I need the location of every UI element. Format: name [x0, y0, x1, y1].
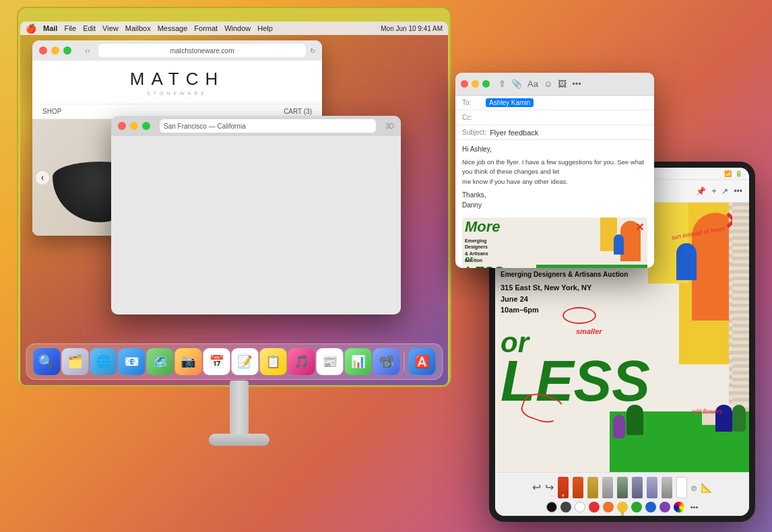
pin-icon[interactable]: 📌 [696, 187, 706, 196]
photo-icon[interactable]: 🖼 [558, 79, 567, 89]
menu-edit[interactable]: Edit [83, 24, 96, 32]
more-icon[interactable]: ••• [734, 187, 742, 196]
mail-body[interactable]: Hi Ashley, Nice job on the flyer. I have… [455, 140, 654, 215]
dock-appstore[interactable]: 🅰️ [408, 348, 435, 375]
maps-search-text: San Francisco — California [164, 123, 246, 130]
pencil-tool-3[interactable] [587, 477, 598, 498]
pencil-tool-7[interactable] [647, 477, 657, 498]
color-green[interactable] [631, 502, 642, 512]
minimize-button[interactable] [51, 46, 59, 55]
maps-maximize[interactable] [142, 122, 150, 130]
pencil-tool-2[interactable] [573, 477, 583, 498]
safari-url-bar[interactable]: matchstoneware.com [98, 44, 306, 57]
dock-itunes[interactable]: 🎵 [288, 348, 315, 375]
ipad-toolbar-right: 📌 + ↗ ••• [696, 187, 742, 196]
menu-file[interactable]: File [64, 24, 76, 32]
maps-close[interactable] [118, 122, 126, 130]
lasso-tool[interactable]: ⌾ [691, 482, 697, 493]
maximize-button[interactable] [63, 46, 71, 55]
more-icon[interactable]: ••• [572, 79, 581, 89]
color-purple[interactable] [660, 502, 670, 512]
flowers-annotation: add flowers [691, 408, 722, 415]
maps-window[interactable]: San Francisco — California 3D [111, 116, 401, 314]
dock-maps[interactable]: 🗺️ [146, 348, 173, 375]
pencil-tool-1[interactable] [558, 477, 569, 498]
monitor-stand-neck [230, 380, 249, 434]
cart-link[interactable]: CART (3) [284, 108, 312, 115]
attach-icon[interactable]: 📎 [511, 79, 522, 89]
pencil-tool-5[interactable] [617, 477, 628, 498]
mail-to-field[interactable]: To: Ashley Kamin [455, 96, 654, 110]
color-yellow[interactable] [617, 502, 628, 512]
mail-minimize[interactable] [472, 80, 479, 88]
menu-help[interactable]: Help [257, 24, 273, 32]
monitor-screen: 🍎 Mail File Edit View Mailbox Message Fo… [20, 22, 448, 385]
dock-photos[interactable]: 📷 [174, 348, 201, 375]
pencil-tools-row: ↩ ↪ ⌾ 📐 [532, 477, 712, 498]
dock-finder[interactable]: 🔍 [33, 348, 60, 375]
pencil-tool-4[interactable] [602, 477, 613, 498]
dock: 🔍 🗂️ 🌐 📧 🗺️ 📷 📅 📝 📋 🎵 📰 📊 📽️ 🅰️ [26, 343, 443, 380]
smaller-annotation: smaller [576, 327, 602, 335]
maps-minimize[interactable] [130, 122, 138, 130]
mail-subject-field[interactable]: Subject: Flyer feedback [455, 125, 654, 140]
dock-notes[interactable]: 📋 [259, 348, 286, 375]
color-multicolor[interactable] [674, 502, 684, 512]
dock-mail[interactable]: 📧 [118, 348, 145, 375]
mail-compose-window[interactable]: ⇧ 📎 Aa ☺ 🖼 ••• To: Ashley Kamin Cc: Subj… [455, 73, 654, 268]
monitor-stand-base [209, 434, 269, 446]
redo-button[interactable]: ↪ [545, 481, 554, 494]
safari-titlebar: ‹ › matchstoneware.com ↻ [32, 40, 322, 61]
color-orange[interactable] [603, 502, 614, 512]
apple-menu[interactable]: 🍎 [26, 24, 36, 34]
menu-mail[interactable]: Mail [43, 24, 57, 32]
eraser-tool[interactable] [676, 477, 687, 498]
match-sub: STONEWARE [40, 91, 314, 96]
maps-search-bar[interactable]: San Francisco — California [160, 119, 376, 133]
ruler-tool[interactable]: 📐 [701, 482, 712, 493]
color-palette-row: ••• [546, 502, 699, 512]
recipient-tag: Ashley Kamin [486, 98, 534, 107]
more-colors-button[interactable]: ••• [690, 503, 699, 511]
format-icon[interactable]: Aa [527, 79, 538, 89]
menu-time: Mon Jun 10 9:41 AM [381, 25, 443, 32]
menu-mailbox[interactable]: Mailbox [125, 24, 151, 32]
mac-monitor: 🍎 Mail File Edit View Mailbox Message Fo… [17, 7, 461, 492]
dock-reminders[interactable]: 📝 [231, 348, 258, 375]
dock-calendar[interactable]: 📅 [203, 348, 230, 375]
mail-maximize[interactable] [482, 80, 490, 88]
mail-close[interactable] [461, 80, 468, 88]
dock-safari[interactable]: 🌐 [90, 348, 117, 375]
prev-arrow[interactable]: ‹ [36, 171, 49, 185]
to-label: To: [462, 99, 482, 106]
shop-link[interactable]: SHOP [42, 108, 61, 115]
color-white[interactable] [575, 502, 585, 512]
color-blue[interactable] [645, 502, 656, 512]
color-red[interactable] [589, 502, 600, 512]
menu-window[interactable]: Window [224, 24, 251, 32]
menu-format[interactable]: Format [194, 24, 218, 32]
dock-numbers[interactable]: 📊 [344, 348, 371, 375]
pencil-tool-6[interactable] [632, 477, 643, 498]
menu-view[interactable]: View [102, 24, 119, 32]
mail-flyer-more-text: More [465, 220, 501, 234]
dock-launchpad[interactable]: 🗂️ [61, 348, 88, 375]
menu-message[interactable]: Message [158, 24, 188, 32]
subject-label: Subject: [462, 129, 486, 136]
color-black[interactable] [546, 502, 557, 512]
share-icon[interactable]: ↗ [721, 187, 728, 196]
mail-cc-field[interactable]: Cc: [455, 110, 654, 125]
close-button[interactable] [39, 46, 47, 55]
mail-fields: To: Ashley Kamin Cc: Subject: Flyer feed… [455, 96, 654, 215]
pencil-tool-8[interactable] [662, 477, 672, 498]
add-icon[interactable]: + [711, 187, 716, 196]
match-header: MATCH STONEWARE [32, 61, 322, 104]
dock-news[interactable]: 📰 [316, 348, 343, 375]
undo-button[interactable]: ↩ [532, 481, 541, 494]
send-icon[interactable]: ⇧ [498, 79, 506, 89]
subject-value: Flyer feedback [490, 129, 538, 137]
dock-keynote[interactable]: 📽️ [373, 348, 399, 375]
emoji-icon[interactable]: ☺ [544, 79, 552, 89]
mail-toolbar: ⇧ 📎 Aa ☺ 🖼 ••• [498, 79, 581, 89]
color-darkgray[interactable] [560, 502, 571, 512]
